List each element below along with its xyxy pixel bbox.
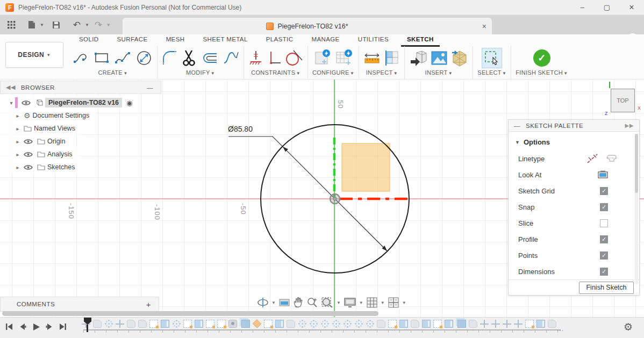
play-button[interactable] [31,322,41,332]
circle-tool-icon[interactable] [135,49,153,67]
configure-feature-icon[interactable] [313,49,332,67]
pan-icon[interactable] [293,297,304,308]
pattern-feature-icon[interactable] [320,320,329,328]
sketch-feature-icon[interactable] [183,320,192,328]
form-feature-icon[interactable] [377,320,385,328]
skip-to-end-button[interactable] [58,322,68,332]
file-menu-caret-icon[interactable]: ▼ [40,23,44,27]
insert-mesh-icon[interactable] [451,49,468,67]
create-dropdown[interactable]: CREATE ▼ [98,69,127,76]
configuration-table-icon[interactable] [335,49,353,67]
configure-dropdown[interactable]: CONFIGURE ▼ [312,69,354,76]
perpendicular-constraint-icon[interactable] [267,50,282,66]
extrude-feature-icon[interactable] [422,320,431,328]
visibility-eye-icon[interactable] [24,139,33,145]
look-at-icon[interactable] [598,170,608,179]
tab-sheet-metal[interactable]: SHEET METAL [194,34,256,46]
spline-tool-icon[interactable] [114,50,132,66]
inspect-dropdown[interactable]: INSPECT ▼ [366,69,398,76]
expand-chevron-icon[interactable]: ▸ [14,126,22,132]
document-tab-close-icon[interactable]: × [482,22,486,31]
display-settings-caret-icon[interactable]: ▼ [359,300,363,305]
slice-checkbox[interactable] [600,219,608,227]
form-feature-icon[interactable] [548,320,556,328]
browser-row-named-views[interactable]: ▸ Named Views [0,122,83,135]
close-button[interactable]: × [619,0,644,15]
browser-row-analysis[interactable]: ▸ Analysis [0,148,80,161]
pattern-feature-icon[interactable] [366,320,374,328]
modify-dropdown[interactable]: MODIFY ▼ [186,69,215,76]
pattern-feature-icon[interactable] [309,320,318,328]
tab-solid[interactable]: SOLID [70,34,108,46]
browser-root-row[interactable]: ▾ PiegeFrelon-TO82 v16 ◉ [0,96,140,109]
move-feature-icon[interactable] [503,320,511,328]
document-tab[interactable]: PiegeFrelon-TO82 v16* × [123,18,492,34]
view-cube[interactable]: TOP Z X [611,89,635,112]
trim-tool-icon[interactable] [181,49,197,67]
finish-sketch-dropdown[interactable]: FINISH SKETCH ▼ [516,69,568,76]
viewports-caret-icon[interactable]: ▼ [402,300,406,305]
palette-minimize-icon[interactable]: — [514,123,520,129]
tab-manage[interactable]: MANAGE [302,34,348,46]
minimize-button[interactable]: – [570,0,595,15]
add-comment-button[interactable]: + [146,300,151,309]
dimensions-checkbox[interactable]: ✓ [600,268,608,276]
expand-chevron-icon[interactable]: ▾ [8,100,15,106]
centerline-linetype-icon[interactable] [606,153,618,164]
sketch-feature-icon[interactable] [388,320,397,328]
form-feature-icon[interactable] [138,320,147,328]
browser-row-document-settings[interactable]: ▸ ⚙ Document Settings [0,109,97,122]
activate-radio-icon[interactable]: ◉ [126,99,132,107]
line-tool-icon[interactable] [73,50,90,66]
timeline-settings-gear-icon[interactable]: ⚙ [624,321,633,333]
visibility-eye-icon[interactable] [22,100,31,106]
zoom-icon[interactable] [306,297,318,308]
solid-feature-icon[interactable] [457,320,466,328]
insert-derive-icon[interactable] [409,49,427,67]
sketch-feature-icon[interactable] [525,320,534,328]
rectangle-tool-icon[interactable] [94,50,111,66]
palette-scrollbar[interactable] [635,134,638,284]
palette-expand-icon[interactable]: ▶▶ [625,123,634,128]
pattern-feature-icon[interactable] [104,320,113,328]
solid-feature-icon[interactable] [241,320,250,328]
root-component-label[interactable]: PiegeFrelon-TO82 v16 [45,98,122,107]
measure-tool-icon[interactable] [363,50,381,66]
display-settings-icon[interactable] [344,297,356,308]
extrude-feature-icon[interactable] [275,320,284,328]
form-feature-icon[interactable] [127,320,135,328]
timeline-position-marker[interactable] [84,318,91,332]
tab-utilities[interactable]: UTILITIES [349,34,398,46]
sketch-feature-icon[interactable] [206,320,214,328]
browser-row-origin[interactable]: ▸ Origin [0,135,73,148]
orbit-caret-icon[interactable]: ▼ [271,300,276,305]
skip-to-start-button[interactable] [4,322,14,332]
sketch-grid-checkbox[interactable]: ✓ [600,187,608,195]
sketch-feature-icon[interactable] [149,320,158,328]
pattern-feature-icon[interactable] [354,320,363,328]
fixed-constraint-icon[interactable] [248,50,263,66]
tab-sketch[interactable]: SKETCH [398,34,443,46]
points-checkbox[interactable]: ✓ [600,251,608,260]
step-forward-button[interactable] [45,322,54,332]
timeline-scrollbar[interactable] [2,311,378,316]
pattern-feature-icon[interactable] [343,320,352,328]
step-back-button[interactable] [18,322,27,332]
file-menu-icon[interactable] [25,18,39,32]
dimension-label[interactable]: Ø85.80 [228,125,253,133]
options-section-header[interactable]: ▼ Options [509,135,639,150]
browser-header[interactable]: ◀◀ BROWSER — [0,81,161,94]
comments-panel[interactable]: COMMENTS + [0,297,159,312]
sketch-feature-icon[interactable] [433,320,442,328]
finish-sketch-icon[interactable]: ✓ [533,49,550,67]
look-at-icon[interactable] [278,298,290,307]
zoom-window-icon[interactable] [321,297,334,308]
palette-scrollbar-thumb[interactable] [635,134,638,193]
viewports-icon[interactable] [388,297,399,308]
visibility-eye-icon[interactable] [24,152,33,157]
finish-sketch-button[interactable]: Finish Sketch [579,282,634,294]
constraints-dropdown[interactable]: CONSTRAINTS ▼ [251,69,300,76]
save-icon[interactable] [49,18,63,32]
form-feature-icon[interactable] [287,320,295,328]
tangent-constraint-icon[interactable] [285,49,303,67]
